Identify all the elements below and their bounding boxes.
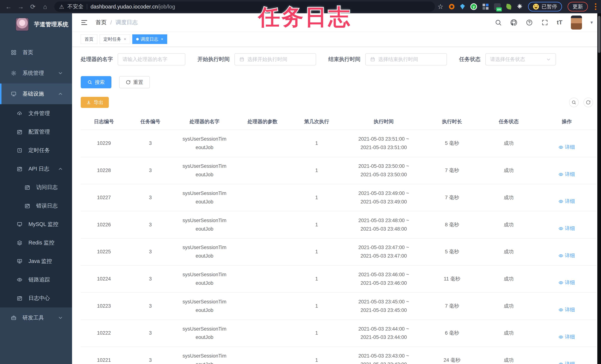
eye-icon (17, 277, 22, 283)
chevron-down-icon (58, 71, 63, 76)
start-time-picker[interactable]: 选择开始执行时间 (234, 53, 316, 65)
status-select[interactable]: 请选择任务状态 (485, 53, 556, 65)
edit-icon (17, 295, 22, 301)
tab-label: 首页 (85, 36, 93, 42)
col-actions: 操作 (537, 113, 596, 130)
status-label: 任务状态 (459, 56, 481, 63)
font-size-icon[interactable]: tT (557, 19, 562, 26)
bookmark-star-icon[interactable]: ☆ (438, 3, 443, 10)
browser-reload-icon[interactable]: ⟳ (28, 2, 38, 11)
browser-extensions: ☆ y on 已暂停 更新 (438, 2, 598, 11)
detail-link[interactable]: 详细 (559, 170, 575, 179)
table-row: 10228 3 sysUserSessionTim eoutJob 1 2021… (81, 157, 596, 184)
handler-label: 处理器的名字 (81, 56, 113, 63)
cell-task-id: 3 (127, 347, 173, 364)
detail-link[interactable]: 详细 (559, 278, 575, 287)
cell-duration: 11 毫秒 (424, 265, 480, 293)
detail-link[interactable]: 详细 (559, 224, 575, 233)
handler-input[interactable] (118, 53, 185, 65)
col-task-id: 任务编号 (127, 113, 173, 130)
sidebar-item-label: 首页 (22, 49, 33, 56)
export-button[interactable]: 导出 (81, 97, 109, 108)
extension-gem-icon[interactable] (460, 4, 465, 10)
extension-flower-icon[interactable] (517, 3, 522, 10)
extension-orange-icon[interactable] (449, 4, 454, 10)
cell-duration: 7 毫秒 (424, 293, 480, 320)
table-row: 10222 3 sysUserSessionTim eoutJob 1 2021… (81, 320, 596, 347)
search-icon[interactable] (495, 19, 502, 26)
sidebar: 芋道管理系统 首页 系统管理 基础设施 (0, 13, 72, 364)
cell-exec-count: 1 (290, 293, 344, 320)
address-bar[interactable]: ⚠ 不安全 dashboard.yudao.iocoder.cn/job/log (54, 1, 435, 12)
sidebar-item-config-management[interactable]: 配置管理 (0, 123, 72, 141)
end-time-picker[interactable]: 选择结束执行时间 (365, 53, 447, 65)
sidebar-item-redis-monitor[interactable]: Redis 监控 (0, 233, 72, 252)
sidebar-item-trace[interactable]: 链路追踪 (0, 271, 72, 289)
cell-status: 成功 (480, 130, 537, 157)
filter-form: 处理器的名字 开始执行时间 选择开始执行时间 结束执行时间 (81, 53, 596, 65)
help-icon[interactable] (526, 19, 533, 26)
refresh-button[interactable] (583, 98, 593, 107)
user-avatar[interactable] (571, 16, 582, 30)
cell-handler-name: sysUserSessionTim eoutJob (173, 211, 235, 238)
tab-close-icon[interactable]: × (124, 37, 126, 41)
browser-back-icon[interactable]: ← (4, 2, 13, 11)
extension-leaf-icon[interactable] (506, 4, 512, 10)
detail-link[interactable]: 详细 (559, 360, 575, 364)
browser-forward-icon[interactable]: → (16, 2, 26, 11)
github-icon[interactable] (510, 19, 517, 26)
scrollbar-thumb[interactable] (598, 16, 601, 53)
browser-menu-icon[interactable] (595, 3, 596, 10)
sidebar-item-system[interactable]: 系统管理 (0, 63, 72, 83)
detail-label: 详细 (565, 333, 575, 341)
breadcrumb-home[interactable]: 首页 (96, 19, 107, 26)
sidebar-item-infrastructure[interactable]: 基础设施 (0, 83, 72, 104)
reset-button[interactable]: 重置 (119, 76, 150, 88)
tab-scheduled-tasks[interactable]: 定时任务 × (100, 34, 130, 44)
extension-y-icon[interactable]: y (470, 3, 477, 10)
start-time-placeholder: 选择开始执行时间 (247, 56, 287, 63)
tab-close-icon[interactable]: × (161, 37, 163, 41)
sidebar-item-label: 文件管理 (29, 110, 50, 117)
sidebar-item-access-log[interactable]: 访问日志 (0, 178, 72, 197)
cell-log-id: 10227 (81, 184, 127, 211)
cell-handler-param (235, 347, 290, 364)
detail-label: 详细 (565, 143, 575, 152)
tab-home[interactable]: 首页 (81, 34, 97, 44)
detail-link[interactable]: 详细 (559, 333, 575, 341)
toggle-search-button[interactable] (569, 98, 579, 107)
paused-extension-button[interactable]: 已暂停 (528, 2, 562, 11)
page-scrollbar[interactable] (597, 13, 601, 364)
tab-job-log[interactable]: 调度日志 × (132, 34, 167, 44)
avatar-caret-icon[interactable]: ▾ (591, 20, 593, 25)
detail-label: 详细 (565, 306, 575, 314)
cell-handler-param (235, 265, 290, 293)
extension-grid-icon[interactable] (482, 4, 489, 10)
detail-link[interactable]: 详细 (559, 197, 575, 206)
browser-update-button[interactable]: 更新 (568, 2, 588, 11)
sidebar-item-java-monitor[interactable]: Java 监控 (0, 252, 72, 271)
extension-on-icon[interactable]: on (494, 3, 501, 10)
cell-exec-count: 1 (290, 130, 344, 157)
fullscreen-icon[interactable] (541, 19, 548, 26)
detail-link[interactable]: 详细 (559, 252, 575, 260)
sidebar-item-mysql-monitor[interactable]: MySQL 监控 (0, 215, 72, 233)
cell-task-id: 3 (127, 130, 173, 157)
sidebar-item-error-log[interactable]: 错误日志 (0, 197, 72, 215)
sidebar-item-log-center[interactable]: 日志中心 (0, 289, 72, 307)
edit-icon (17, 129, 22, 135)
detail-link[interactable]: 详细 (559, 143, 575, 152)
detail-link[interactable]: 详细 (559, 306, 575, 314)
browser-home-icon[interactable]: ⌂ (40, 2, 50, 11)
search-button-label: 搜索 (95, 79, 105, 86)
sidebar-item-api-log[interactable]: API 日志 (0, 160, 72, 178)
sidebar-item-home[interactable]: 首页 (0, 42, 72, 63)
sidebar-item-file-management[interactable]: 文件管理 (0, 104, 72, 123)
sidebar-item-dev-tools[interactable]: 研发工具 (0, 307, 72, 328)
hamburger-icon[interactable] (81, 19, 88, 26)
calendar-icon (370, 57, 375, 62)
sidebar-logo-row[interactable]: 芋道管理系统 (0, 13, 72, 35)
sidebar-item-scheduled-tasks[interactable]: 定时任务 (0, 141, 72, 160)
search-button[interactable]: 搜索 (81, 76, 111, 88)
sidebar-item-label: Redis 监控 (29, 239, 54, 246)
